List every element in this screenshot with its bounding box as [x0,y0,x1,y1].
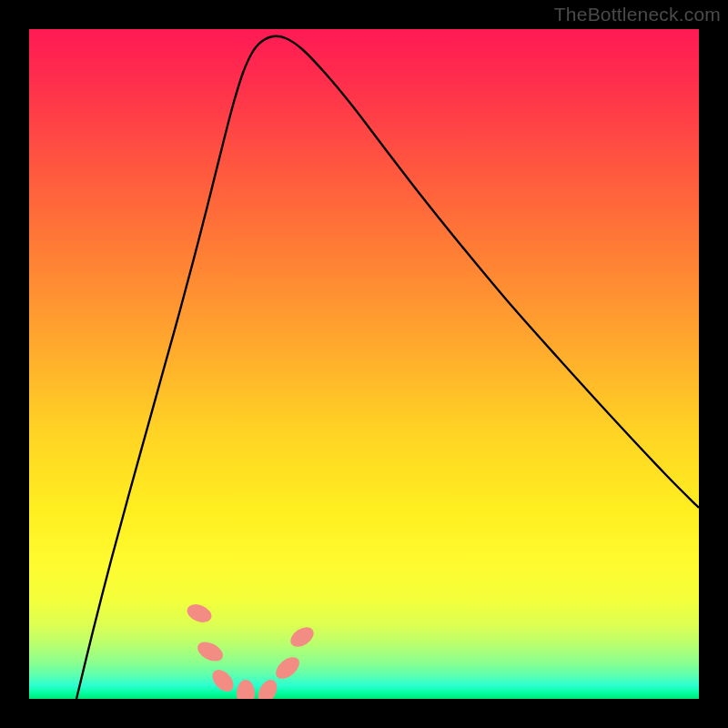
curve-marker [185,601,215,625]
curve-marker [287,623,317,652]
curve-marker [237,680,255,699]
bottleneck-curve [76,36,699,699]
plot-area [29,29,699,699]
curve-layer [29,29,699,699]
curve-marker [195,638,227,665]
curve-markers [185,601,318,699]
curve-marker [208,666,238,696]
curve-marker [254,676,280,699]
watermark-text: TheBottleneck.com [554,4,721,25]
chart-frame: TheBottleneck.com [0,0,728,728]
curve-marker [272,652,304,682]
